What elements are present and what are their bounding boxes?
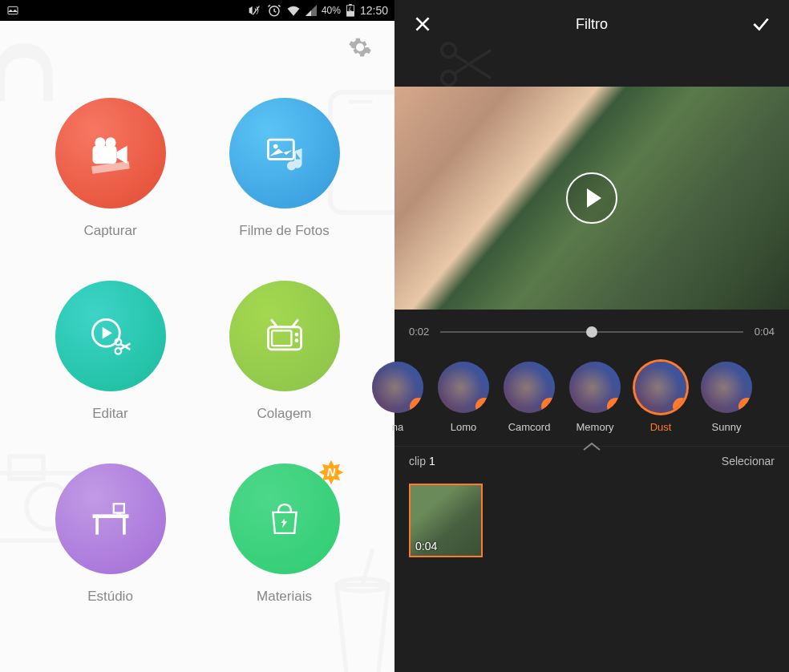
filter-name: Memory [577, 421, 614, 433]
tv-icon [261, 312, 309, 360]
chevron-up-icon[interactable] [581, 440, 603, 453]
image-indicator-icon [6, 4, 19, 17]
filter-title: Filtro [576, 16, 608, 33]
svg-rect-10 [349, 4, 352, 6]
studio-label: Estúdio [87, 589, 133, 605]
vibrate-icon [248, 4, 262, 17]
play-scissors-icon [87, 312, 135, 360]
download-icon [475, 398, 489, 413]
filter-item-memory[interactable]: Memory [569, 362, 621, 433]
filter-strip[interactable]: na Lomo Camcord Memory Dust Sunny [372, 354, 789, 446]
select-button[interactable]: Selecionar [722, 455, 775, 468]
studio-button[interactable]: Estúdio [35, 464, 185, 605]
battery-percent: 40% [322, 5, 341, 16]
filter-item-dust[interactable]: Dust [635, 362, 686, 433]
play-icon [587, 188, 601, 208]
signal-icon [305, 5, 317, 16]
download-icon [410, 398, 423, 413]
filter-thumb [504, 362, 555, 413]
play-button[interactable] [566, 172, 617, 224]
photo-movie-label: Filme de Fotos [239, 223, 329, 239]
download-icon [673, 398, 686, 413]
wifi-icon [286, 4, 301, 17]
download-icon [541, 398, 555, 413]
svg-rect-12 [92, 146, 116, 164]
filter-name: Camcord [508, 421, 551, 433]
filter-name: Lomo [451, 421, 477, 433]
svg-rect-25 [92, 514, 128, 518]
time-current: 0:02 [409, 326, 429, 338]
desk-icon [87, 495, 135, 543]
svg-rect-22 [272, 330, 291, 346]
time-total: 0:04 [755, 326, 775, 338]
download-icon [738, 398, 752, 413]
close-icon[interactable] [412, 14, 433, 34]
battery-icon [346, 4, 355, 17]
edit-button[interactable]: Editar [35, 281, 185, 422]
seek-bar: 0:02 0:04 [394, 310, 789, 354]
svg-point-13 [95, 137, 105, 148]
photo-movie-button[interactable]: Filme de Fotos [209, 98, 359, 239]
capture-label: Capturar [83, 223, 136, 239]
svg-point-17 [273, 144, 277, 149]
filter-screen: Filtro 0:02 0:04 na Lomo Camcord Memory [394, 0, 789, 672]
clock-time: 12:50 [360, 4, 388, 17]
camcorder-icon [87, 129, 135, 177]
filter-item-lomo[interactable]: Lomo [438, 362, 489, 433]
filter-thumb [438, 362, 489, 413]
clip-label: clip 1 [409, 455, 435, 468]
filter-thumb [569, 362, 621, 413]
svg-rect-28 [113, 504, 123, 512]
filter-name: Sunny [712, 421, 742, 433]
filter-item-camcord[interactable]: Camcord [504, 362, 555, 433]
collage-label: Colagem [257, 406, 311, 422]
filter-item-sunny[interactable]: Sunny [701, 362, 752, 433]
clip-bar: clip 1 Selecionar [394, 446, 789, 476]
capture-button[interactable]: Capturar [35, 98, 185, 239]
svg-rect-7 [8, 6, 18, 14]
svg-point-24 [294, 338, 298, 342]
filter-thumb [701, 362, 752, 413]
svg-point-23 [294, 333, 298, 337]
clip-thumbnail[interactable]: 0:04 [409, 484, 483, 557]
photos-music-icon [261, 129, 309, 177]
svg-point-14 [105, 137, 115, 148]
home-grid: Capturar Filme de Fotos Editar Colagem E… [0, 66, 394, 637]
alarm-icon [267, 3, 281, 18]
edit-label: Editar [92, 406, 127, 422]
home-screen: 40% 12:50 Capturar Filme de Fotos Editar [0, 0, 394, 672]
svg-rect-27 [123, 518, 126, 535]
confirm-icon[interactable] [751, 14, 771, 34]
collage-button[interactable]: Colagem [209, 281, 359, 422]
svg-rect-16 [268, 140, 293, 159]
materials-button[interactable]: N Materiais [209, 464, 359, 605]
status-bar: 40% 12:50 [0, 0, 394, 21]
svg-rect-26 [95, 518, 99, 535]
new-badge-icon: N [318, 459, 345, 486]
filter-thumb [635, 362, 686, 413]
shopping-bag-icon [264, 498, 305, 540]
seek-thumb[interactable] [586, 326, 597, 338]
settings-icon[interactable] [348, 35, 372, 59]
svg-rect-29 [116, 513, 121, 515]
filter-name: Dust [650, 421, 672, 433]
materials-label: Materiais [257, 589, 312, 605]
timeline[interactable]: 0:04 [394, 476, 789, 573]
svg-text:N: N [326, 466, 335, 479]
download-icon [607, 398, 621, 413]
clip-duration: 0:04 [415, 540, 437, 553]
video-preview [394, 87, 789, 310]
seek-track[interactable] [440, 331, 742, 333]
